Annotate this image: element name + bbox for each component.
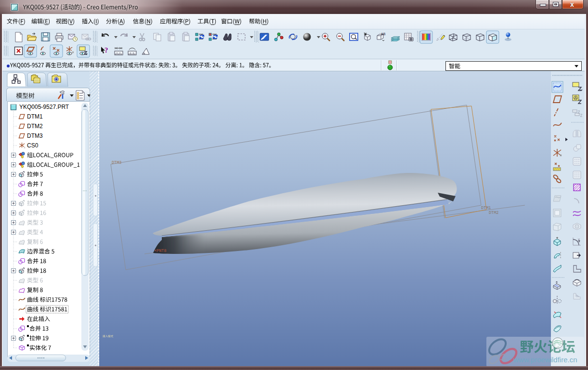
svg-text:YKQ005-9527.PRT: YKQ005-9527.PRT <box>19 104 69 110</box>
svg-text:AB: AB <box>381 32 386 36</box>
svg-text:DTM1: DTM1 <box>27 113 43 120</box>
svg-text:DTM2: DTM2 <box>27 123 43 130</box>
svg-text:DTM3: DTM3 <box>27 132 43 139</box>
svg-text:DTM2: DTM2 <box>489 211 498 215</box>
svg-text:CS0: CS0 <box>27 142 39 149</box>
svg-text:×PNT8: ×PNT8 <box>154 249 167 253</box>
svg-text:DTM3: DTM3 <box>112 160 121 165</box>
svg-text:DTM1: DTM1 <box>481 206 491 211</box>
svg-text:?: ? <box>105 46 108 54</box>
